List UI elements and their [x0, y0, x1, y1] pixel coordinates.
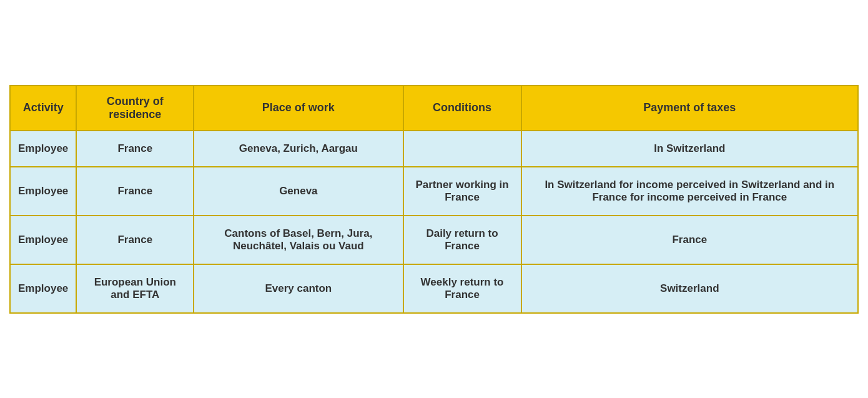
- table-row: EmployeeEuropean Union and EFTAEvery can…: [10, 264, 858, 313]
- header-row: Activity Country of residence Place of w…: [10, 86, 858, 131]
- cell-place_of_work: Every canton: [194, 264, 403, 313]
- header-conditions: Conditions: [403, 86, 521, 131]
- cell-conditions: Weekly return to France: [403, 264, 521, 313]
- table-row: EmployeeFranceCantons of Basel, Bern, Ju…: [10, 216, 858, 264]
- cell-payment_of_taxes: In Switzerland: [521, 131, 858, 167]
- cell-payment_of_taxes: Switzerland: [521, 264, 858, 313]
- cell-activity: Employee: [10, 131, 76, 167]
- cell-place_of_work: Geneva, Zurich, Aargau: [194, 131, 403, 167]
- main-table-container: Activity Country of residence Place of w…: [9, 85, 859, 314]
- cell-payment_of_taxes: In Switzerland for income perceived in S…: [521, 167, 858, 216]
- cell-place_of_work: Cantons of Basel, Bern, Jura, Neuchâtel,…: [194, 216, 403, 264]
- table-row: EmployeeFranceGeneva, Zurich, AargauIn S…: [10, 131, 858, 167]
- cell-country_of_residence: France: [76, 167, 194, 216]
- header-place-of-work: Place of work: [194, 86, 403, 131]
- cell-conditions: Daily return to France: [403, 216, 521, 264]
- cell-activity: Employee: [10, 167, 76, 216]
- header-payment-of-taxes: Payment of taxes: [521, 86, 858, 131]
- cell-activity: Employee: [10, 216, 76, 264]
- cell-conditions: Partner working in France: [403, 167, 521, 216]
- cell-country_of_residence: France: [76, 216, 194, 264]
- table-row: EmployeeFranceGenevaPartner working in F…: [10, 167, 858, 216]
- tax-table: Activity Country of residence Place of w…: [9, 85, 859, 314]
- cell-conditions: [403, 131, 521, 167]
- cell-country_of_residence: European Union and EFTA: [76, 264, 194, 313]
- header-country-of-residence: Country of residence: [76, 86, 194, 131]
- cell-country_of_residence: France: [76, 131, 194, 167]
- cell-payment_of_taxes: France: [521, 216, 858, 264]
- header-activity: Activity: [10, 86, 76, 131]
- cell-place_of_work: Geneva: [194, 167, 403, 216]
- cell-activity: Employee: [10, 264, 76, 313]
